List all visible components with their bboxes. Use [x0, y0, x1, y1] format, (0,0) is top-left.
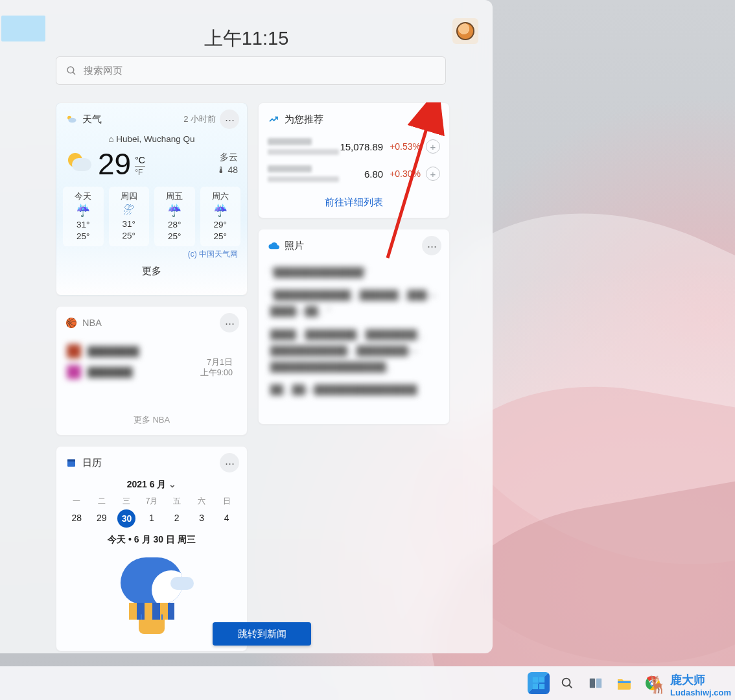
recommend-more-button[interactable]: [422, 110, 441, 129]
nba-footer[interactable]: 更多 NBA: [56, 414, 247, 426]
forecast-day[interactable]: 今天☔31°25°: [63, 187, 104, 246]
weather-more-link[interactable]: 更多: [56, 260, 247, 284]
weather-title: 天气: [82, 113, 102, 126]
svg-rect-15: [618, 681, 631, 683]
svg-point-11: [563, 679, 570, 686]
svg-point-0: [67, 67, 74, 73]
svg-rect-13: [590, 679, 595, 688]
stock-value: 6.80: [364, 169, 383, 180]
weather-icon: [65, 113, 77, 125]
photos-body: "██████████████" "████████████，██████，██…: [259, 255, 449, 415]
start-button[interactable]: [528, 672, 550, 694]
calendar-day[interactable]: 3: [189, 509, 215, 528]
add-stock-button[interactable]: +: [426, 167, 440, 181]
stock-row[interactable]: 15,078.89 +0.53% +: [268, 133, 440, 160]
svg-line-1: [73, 72, 75, 75]
calendar-illustration: [116, 557, 187, 642]
weather-attribution: (c) 中国天气网: [56, 246, 247, 260]
calendar-day[interactable]: 28: [64, 509, 89, 528]
svg-rect-7: [533, 677, 538, 682]
stock-row[interactable]: 6.80 +0.30% +: [268, 160, 440, 187]
weather-more-button[interactable]: [220, 110, 239, 129]
search-icon: [65, 65, 77, 76]
search-input[interactable]: 搜索网页: [56, 56, 446, 85]
add-stock-button[interactable]: +: [426, 139, 440, 154]
calendar-day-selected[interactable]: 30: [117, 509, 135, 528]
nba-card[interactable]: 🏀 NBA ████████ ███████ 7月1日上午9:00 更多 NBA: [56, 306, 248, 436]
cloud-icon: [268, 240, 279, 251]
weather-updated: 2 小时前: [183, 113, 216, 125]
calendar-day[interactable]: 29: [89, 509, 115, 528]
calendar-grid: 一 二 三 7月 五 六 日 28 29 30 1 2 3 4: [56, 491, 247, 528]
calendar-day[interactable]: 1: [139, 509, 165, 528]
photos-card[interactable]: 照片 "██████████████" "████████████，██████…: [258, 229, 450, 425]
forecast-day[interactable]: 周五☔28°25°: [154, 187, 195, 246]
photos-title: 照片: [285, 240, 304, 252]
weather-location: Hubei, Wuchang Qu: [56, 134, 247, 144]
forecast-day[interactable]: 周六☔29°25°: [200, 187, 241, 246]
photos-more-button[interactable]: [422, 236, 441, 255]
recommendations-card[interactable]: 为您推荐 15,078.89 +0.53% + 6.80 +0.30% +: [258, 102, 450, 218]
calendar-day[interactable]: 2: [164, 509, 189, 528]
svg-rect-14: [596, 679, 601, 688]
svg-point-3: [69, 118, 76, 123]
forecast-day[interactable]: 周四⛈31°25°: [109, 187, 150, 246]
weather-condition: 多云 🌡 48: [216, 151, 238, 176]
svg-rect-10: [539, 684, 544, 689]
calendar-icon: [65, 457, 77, 469]
calendar-month-picker[interactable]: 2021 6 月: [56, 479, 247, 491]
weather-unit-toggle[interactable]: °C °F: [135, 155, 145, 177]
svg-rect-5: [67, 460, 75, 461]
calendar-more-button[interactable]: [220, 453, 239, 472]
svg-rect-8: [539, 677, 544, 682]
stock-change: +0.53%: [390, 141, 421, 152]
nba-title: NBA: [82, 318, 102, 328]
stock-value: 15,078.89: [340, 141, 383, 152]
nba-more-button[interactable]: [220, 313, 239, 332]
clock: 上午11:15: [0, 26, 493, 52]
weather-forecast: 今天☔31°25° 周四⛈31°25° 周五☔28°25° 周六☔29°25°: [56, 181, 247, 246]
taskbar-taskview[interactable]: [585, 672, 607, 694]
widgets-panel: 上午11:15 搜索网页 天气 2 小时前 Hubei, Wuchang Qu …: [0, 0, 493, 653]
watermark: 🦌 鹿大师 Ludashiwj.com: [647, 672, 731, 697]
weather-temp: 29: [98, 146, 131, 181]
user-avatar[interactable]: [452, 18, 478, 44]
weather-card[interactable]: 天气 2 小时前 Hubei, Wuchang Qu 29 °C °F 多云 🌡…: [56, 102, 248, 296]
jump-to-news-button[interactable]: 跳转到新闻: [213, 622, 311, 646]
calendar-card[interactable]: 日历 2021 6 月 一 二 三 7月 五 六 日 28 29 30 1 2 …: [56, 446, 248, 651]
sports-icon: 🏀: [65, 317, 77, 329]
recommend-footer-link[interactable]: 前往详细列表: [259, 189, 449, 218]
calendar-day[interactable]: 4: [214, 509, 239, 528]
stock-change: +0.30%: [390, 169, 421, 179]
taskbar-search[interactable]: [556, 672, 578, 694]
svg-line-12: [569, 685, 572, 688]
finance-icon: [268, 113, 279, 125]
taskbar-explorer[interactable]: [613, 672, 635, 694]
current-weather-icon: [65, 152, 94, 176]
recommend-title: 为您推荐: [285, 113, 323, 126]
calendar-today-text: 今天 • 6 月 30 日 周三: [56, 534, 247, 546]
calendar-title: 日历: [82, 457, 102, 469]
taskbar: [0, 666, 735, 700]
search-placeholder: 搜索网页: [84, 65, 122, 77]
svg-rect-9: [533, 684, 538, 689]
